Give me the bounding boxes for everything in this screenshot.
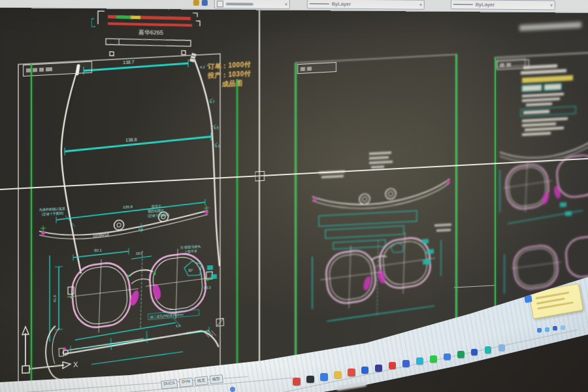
dim-browline-width: 135.8 [123, 204, 133, 209]
taskbar-icon-teal-app[interactable] [416, 357, 423, 365]
taskbar-icon-light-app[interactable] [498, 344, 505, 351]
layer-color-swatch [217, 0, 223, 7]
layer-combo[interactable]: ▾ [214, 0, 290, 9]
sheet-tab-right [497, 59, 529, 71]
taskbar-icon-chrome[interactable] [348, 368, 355, 376]
dim-side-2: 4.7 [210, 100, 215, 104]
toggle-ducs[interactable]: DUCS [161, 379, 178, 389]
chevron-down-icon: ▾ [285, 1, 287, 7]
note-browline-2: (定做十字图纸) [42, 211, 64, 217]
color-combo[interactable]: ByLayer ▾ [307, 0, 425, 10]
line-sample [453, 4, 473, 5]
tray-icon-tray-3[interactable] [553, 326, 557, 331]
viewport-border-3 [295, 63, 297, 367]
toggle-dyn[interactable]: DYN [179, 378, 193, 387]
ucs-icon: X [12, 322, 84, 378]
tray-icon-tray-4[interactable] [561, 325, 565, 330]
viewport-border-4 [455, 54, 457, 358]
taskbar-icon-edge[interactable] [320, 373, 328, 381]
taskbar-icon-photoshop[interactable] [361, 367, 368, 374]
bracket-left [98, 11, 105, 24]
monitor-photo: 嘉华6265 138.7 138.6 [0, 0, 588, 392]
dim-center: 5.0 [139, 228, 143, 232]
ucs-x-label: X [73, 361, 78, 368]
bracket-right [193, 13, 200, 26]
taskbar-icon-file-explorer[interactable] [334, 371, 342, 379]
core-bar-red-2 [108, 22, 192, 27]
toolbar-icon-2[interactable] [202, 0, 208, 6]
temple-top-view: 138.7 138.6 4.2 4.7 6.5 6.1 [61, 52, 220, 274]
browline-top-view: 135.8 1008#10 先做样板确认弧度 (定做十字图纸) 铰牙子 需防松圆… [39, 199, 209, 241]
order-info: 订单：1000付 投产：1030付 成品图 [208, 59, 263, 90]
taskbar-icon-photos[interactable] [306, 376, 314, 384]
dim-angle: 30° [188, 269, 193, 272]
linetype-combo-value: ByLayer [476, 1, 495, 7]
viewport-border-1 [31, 63, 32, 390]
dim-side-b: 1.8 [187, 331, 191, 335]
browline-mark: 1008#10 [93, 232, 110, 238]
toggle-model[interactable]: 模型 [209, 374, 223, 384]
dim-temple-top: 138.7 [123, 59, 135, 65]
core-seg-green [116, 15, 131, 18]
dim-bridge: 18.0 [136, 252, 142, 256]
taskbar-icon-indigo-app[interactable] [375, 365, 382, 372]
taskbar-icon-vlc[interactable] [389, 362, 396, 369]
tray-icon-tray-1[interactable] [537, 328, 542, 333]
core-seg-yellow [131, 16, 140, 19]
cyan-bracket [91, 19, 95, 27]
crosshair-vertical [259, 0, 260, 392]
viewport-border-2 [237, 79, 238, 370]
dim-side-3: 6.5 [214, 125, 219, 129]
taskbar-icon-blue-app[interactable] [444, 353, 451, 361]
dim-side-1: 4.2 [200, 65, 205, 69]
toolbar-icon-1[interactable] [193, 0, 199, 6]
layer-name-smear [226, 3, 253, 5]
taskbar-icon-app-red[interactable] [293, 378, 301, 385]
crosshair-pickbox [255, 171, 265, 182]
search-icon[interactable] [230, 387, 235, 392]
color-combo-value: ByLayer [332, 1, 351, 7]
dim-radius: R3.3 [204, 286, 211, 290]
taskbar-icon-wechat[interactable] [430, 355, 437, 363]
dim-lens-width: 50.1 [94, 248, 102, 253]
title-text-smear [519, 22, 581, 31]
dim-side-4: 6.1 [215, 144, 220, 148]
right-glasses-1 [500, 142, 588, 224]
dim-lens-height: 41.0 [53, 295, 57, 302]
taskbar-icon-blue-app-2[interactable] [471, 349, 478, 355]
taskbar-icon-teal-app-2[interactable] [485, 346, 491, 353]
tray-icon-tray-2[interactable] [545, 327, 549, 332]
spec-table [521, 63, 576, 136]
linetype-combo[interactable]: ByLayer ▾ [451, 0, 555, 10]
chevron-down-icon: ▾ [419, 2, 422, 7]
model-label: 嘉华6265 [139, 29, 163, 36]
chevron-down-icon: ▾ [550, 3, 553, 8]
line-sample [310, 3, 329, 4]
taskbar-icon-word[interactable] [402, 360, 410, 367]
note-front-2: 上部平齐 [184, 249, 197, 254]
drawing-sheet-middle [294, 53, 464, 369]
dim-temple-bottom: 138.6 [125, 137, 137, 142]
bolt-left [110, 52, 114, 56]
sheet-tab-middle [297, 62, 336, 74]
taskbar-icon-excel[interactable] [457, 351, 465, 358]
toggle-lineweight[interactable]: 线宽 [194, 376, 208, 386]
